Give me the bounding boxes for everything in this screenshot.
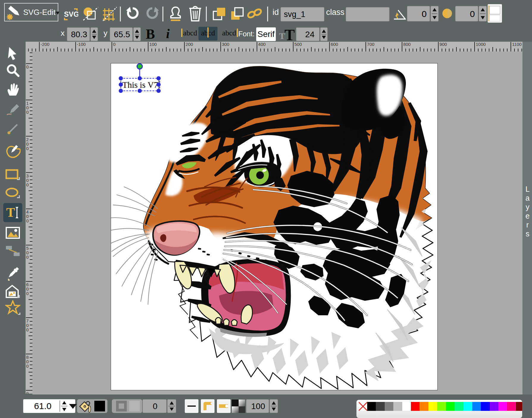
svg-text:0: 0 xyxy=(26,182,29,187)
svg-text:0: 0 xyxy=(26,364,29,369)
svg-text:700: 700 xyxy=(367,42,374,47)
svg-text:0: 0 xyxy=(26,291,29,296)
svg-text:0: 0 xyxy=(26,146,29,151)
svg-text:0: 0 xyxy=(26,218,29,223)
svg-text:1000: 1000 xyxy=(476,42,486,47)
svg-text:0: 0 xyxy=(26,110,29,115)
svg-text:800: 800 xyxy=(403,42,411,47)
svg-text:0: 0 xyxy=(26,255,29,260)
svg-text:100: 100 xyxy=(149,42,157,47)
svg-text:-100: -100 xyxy=(77,42,86,47)
svg-text:T: T xyxy=(6,205,15,220)
svg-text:0: 0 xyxy=(26,64,29,69)
svg-text:500: 500 xyxy=(295,42,302,47)
svg-text:400: 400 xyxy=(258,42,266,47)
svg-text:0: 0 xyxy=(26,327,29,332)
svg-text:SVG: SVG xyxy=(64,10,78,18)
svg-text:9: 9 xyxy=(26,391,29,394)
svg-text:200: 200 xyxy=(186,42,193,47)
svg-text:1100: 1100 xyxy=(512,42,522,47)
svg-text:300: 300 xyxy=(222,42,229,47)
svg-text:0: 0 xyxy=(113,42,115,47)
svg-text:900: 900 xyxy=(439,42,447,47)
svg-text:-200: -200 xyxy=(40,42,49,47)
svg-text:600: 600 xyxy=(331,42,338,47)
